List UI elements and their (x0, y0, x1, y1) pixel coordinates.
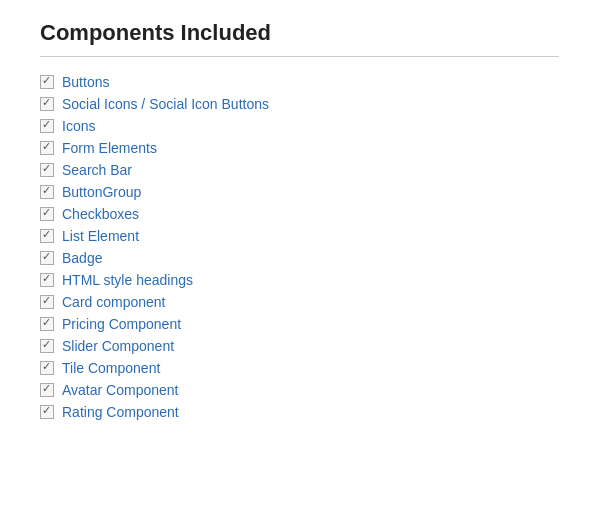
checkbox-icon (40, 339, 54, 353)
component-list: ButtonsSocial Icons / Social Icon Button… (40, 71, 559, 423)
list-item: Icons (40, 115, 559, 137)
component-link-card-component[interactable]: Card component (62, 294, 166, 310)
checkbox-icon (40, 141, 54, 155)
component-link-badge[interactable]: Badge (62, 250, 102, 266)
list-item: Checkboxes (40, 203, 559, 225)
component-link-avatar-component[interactable]: Avatar Component (62, 382, 178, 398)
checkbox-icon (40, 229, 54, 243)
component-link-social-icons[interactable]: Social Icons / Social Icon Buttons (62, 96, 269, 112)
list-item: Slider Component (40, 335, 559, 357)
component-link-slider-component[interactable]: Slider Component (62, 338, 174, 354)
list-item: Badge (40, 247, 559, 269)
checkbox-icon (40, 97, 54, 111)
list-item: Rating Component (40, 401, 559, 423)
list-item: Tile Component (40, 357, 559, 379)
checkbox-icon (40, 273, 54, 287)
list-item: HTML style headings (40, 269, 559, 291)
checkbox-icon (40, 119, 54, 133)
main-container: Components Included ButtonsSocial Icons … (0, 0, 599, 443)
list-item: Avatar Component (40, 379, 559, 401)
list-item: Card component (40, 291, 559, 313)
component-link-buttons[interactable]: Buttons (62, 74, 109, 90)
checkbox-icon (40, 317, 54, 331)
component-link-button-group[interactable]: ButtonGroup (62, 184, 141, 200)
checkbox-icon (40, 251, 54, 265)
checkbox-icon (40, 163, 54, 177)
checkbox-icon (40, 75, 54, 89)
list-item: List Element (40, 225, 559, 247)
checkbox-icon (40, 185, 54, 199)
list-item: Search Bar (40, 159, 559, 181)
component-link-html-style-headings[interactable]: HTML style headings (62, 272, 193, 288)
component-link-rating-component[interactable]: Rating Component (62, 404, 179, 420)
checkbox-icon (40, 405, 54, 419)
checkbox-icon (40, 383, 54, 397)
divider (40, 56, 559, 57)
list-item: Pricing Component (40, 313, 559, 335)
component-link-pricing-component[interactable]: Pricing Component (62, 316, 181, 332)
component-link-tile-component[interactable]: Tile Component (62, 360, 160, 376)
checkbox-icon (40, 361, 54, 375)
component-link-checkboxes[interactable]: Checkboxes (62, 206, 139, 222)
list-item: Buttons (40, 71, 559, 93)
component-link-list-element[interactable]: List Element (62, 228, 139, 244)
checkbox-icon (40, 295, 54, 309)
component-link-form-elements[interactable]: Form Elements (62, 140, 157, 156)
component-link-icons[interactable]: Icons (62, 118, 95, 134)
checkbox-icon (40, 207, 54, 221)
list-item: Social Icons / Social Icon Buttons (40, 93, 559, 115)
list-item: Form Elements (40, 137, 559, 159)
section-title: Components Included (40, 20, 559, 46)
list-item: ButtonGroup (40, 181, 559, 203)
component-link-search-bar[interactable]: Search Bar (62, 162, 132, 178)
